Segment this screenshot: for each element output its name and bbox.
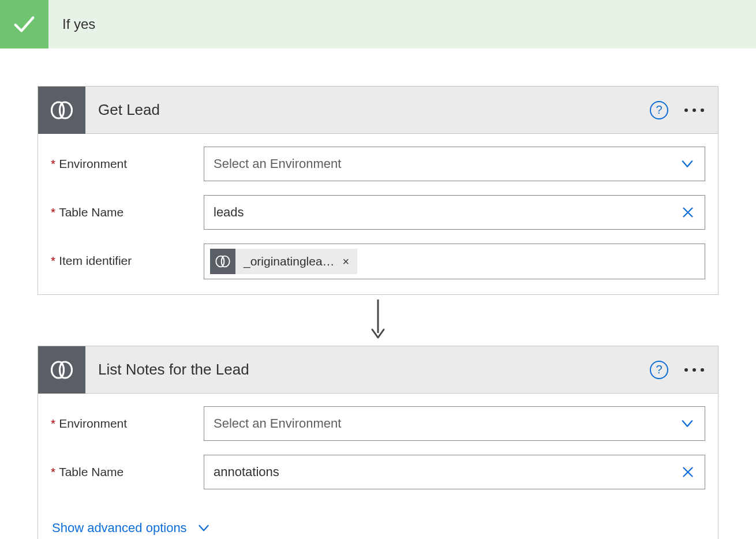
more-menu-button[interactable]	[684, 108, 704, 112]
dataverse-icon	[38, 346, 85, 394]
field-label-text: Environment	[59, 157, 127, 171]
action-card-header[interactable]: Get Lead ?	[38, 87, 718, 134]
condition-branch-header: If yes	[0, 0, 756, 48]
field-label: * Table Name	[51, 455, 204, 479]
field-label: * Item identifier	[51, 244, 204, 268]
arrow-connector	[38, 295, 718, 346]
required-indicator: *	[51, 157, 55, 171]
action-card-title: List Notes for the Lead	[85, 361, 650, 379]
help-icon[interactable]: ?	[650, 101, 668, 119]
chevron-down-icon	[679, 416, 695, 432]
environment-dropdown[interactable]: Select an Environment	[204, 147, 705, 181]
token-remove-icon[interactable]: ×	[340, 255, 358, 268]
help-icon[interactable]: ?	[650, 361, 668, 379]
input-value: leads	[214, 205, 680, 220]
condition-branch-label: If yes	[48, 16, 95, 32]
chevron-down-icon	[196, 521, 211, 536]
show-advanced-options-toggle[interactable]: Show advanced options	[51, 521, 211, 536]
field-label-text: Item identifier	[59, 254, 132, 268]
action-card-list-notes: List Notes for the Lead ? * Environment …	[38, 346, 718, 539]
field-row-table-name: * Table Name leads	[51, 195, 705, 230]
field-label: * Environment	[51, 147, 204, 171]
clear-icon[interactable]	[680, 465, 695, 480]
item-identifier-input[interactable]: _originatinglea… ×	[204, 244, 705, 279]
flow-steps-container: Get Lead ? * Environment Select an Envir…	[0, 48, 756, 539]
field-label: * Table Name	[51, 195, 204, 219]
required-indicator: *	[51, 254, 55, 268]
action-card-get-lead: Get Lead ? * Environment Select an Envir…	[38, 86, 718, 295]
action-card-body: * Environment Select an Environment * Ta…	[38, 394, 718, 539]
required-indicator: *	[51, 417, 55, 431]
dropdown-placeholder: Select an Environment	[214, 156, 679, 171]
clear-icon[interactable]	[680, 205, 695, 220]
dynamic-content-token[interactable]: _originatinglea… ×	[210, 249, 357, 274]
field-row-table-name: * Table Name annotations	[51, 455, 705, 489]
checkmark-icon	[0, 0, 48, 48]
required-indicator: *	[51, 465, 55, 479]
field-label-text: Environment	[59, 417, 127, 431]
action-card-header[interactable]: List Notes for the Lead ?	[38, 346, 718, 394]
table-name-input[interactable]: annotations	[204, 455, 705, 489]
input-value: annotations	[214, 465, 680, 480]
more-menu-button[interactable]	[684, 368, 704, 372]
field-row-environment: * Environment Select an Environment	[51, 406, 705, 441]
field-row-item-identifier: * Item identifier _originatinglea… ×	[51, 244, 705, 279]
field-row-environment: * Environment Select an Environment	[51, 147, 705, 181]
chevron-down-icon	[679, 156, 695, 172]
field-label: * Environment	[51, 406, 204, 431]
environment-dropdown[interactable]: Select an Environment	[204, 406, 705, 441]
dropdown-placeholder: Select an Environment	[214, 416, 679, 431]
action-card-body: * Environment Select an Environment * Ta…	[38, 134, 718, 294]
token-label: _originatinglea…	[235, 254, 340, 268]
action-card-title: Get Lead	[85, 101, 650, 119]
field-label-text: Table Name	[59, 205, 123, 219]
dataverse-icon	[38, 87, 85, 134]
dataverse-icon	[210, 249, 235, 274]
field-label-text: Table Name	[59, 465, 123, 479]
show-advanced-label: Show advanced options	[52, 521, 187, 536]
required-indicator: *	[51, 205, 55, 219]
table-name-input[interactable]: leads	[204, 195, 705, 230]
